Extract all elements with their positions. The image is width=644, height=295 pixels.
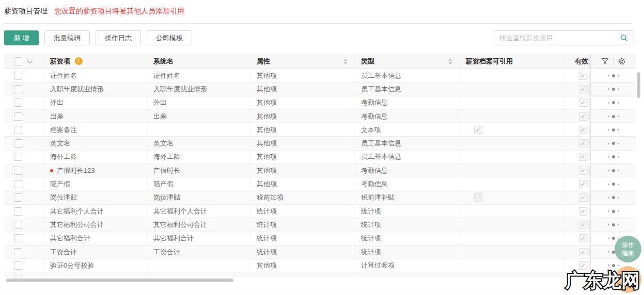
row-checkbox[interactable] — [14, 193, 22, 202]
faq-button[interactable]: FAQ — [615, 266, 641, 293]
warning-icon[interactable]: ! — [75, 57, 83, 65]
row-checkbox[interactable] — [14, 112, 22, 121]
cell-select — [4, 177, 44, 190]
column-header-name: 薪资项! — [44, 54, 147, 69]
salary-item-name: 外出 — [50, 98, 64, 107]
column-label: 有效 — [575, 57, 588, 66]
cell-archive-ref — [460, 259, 564, 272]
row-actions-button[interactable] — [608, 210, 619, 213]
cell-system-name: 入职年度就业情形 — [147, 83, 250, 95]
dot-icon — [618, 197, 619, 199]
cell-select — [4, 272, 44, 277]
search-icon[interactable] — [620, 34, 633, 42]
cell-actions — [590, 110, 636, 123]
add-button[interactable]: 新 增 — [4, 30, 39, 45]
row-actions-button[interactable] — [608, 88, 619, 91]
cell-text: 其它福利公司合计 — [153, 220, 207, 230]
row-checkbox[interactable] — [14, 248, 22, 256]
sort-desc-icon — [343, 62, 348, 64]
cell-valid: ✓ — [564, 218, 590, 231]
dot-icon — [608, 102, 609, 104]
cell-name: 档案备注 — [44, 123, 147, 136]
row-actions-button[interactable] — [608, 237, 619, 240]
row-checkbox[interactable] — [14, 180, 22, 188]
dot-icon — [618, 88, 619, 90]
row-checkbox[interactable] — [14, 72, 22, 80]
toolbar: 新 增 批量编辑 操作日志 公司模板 — [4, 30, 192, 45]
cell-text: 其他项 — [257, 166, 277, 175]
cell-actions — [590, 191, 636, 204]
cell-archive-ref — [460, 272, 564, 277]
row-checkbox[interactable] — [14, 153, 22, 161]
row-checkbox[interactable] — [14, 139, 22, 148]
dot-icon — [618, 143, 619, 144]
row-checkbox[interactable] — [14, 234, 22, 242]
cell-system-name: 岗位津贴 — [147, 191, 250, 204]
table-row: 英文名英文名其他项员工基本信息✓ — [4, 137, 636, 150]
cell-valid — [564, 272, 590, 277]
row-actions-button[interactable] — [608, 74, 619, 77]
cell-select — [4, 191, 44, 204]
sort-icon[interactable] — [343, 58, 348, 64]
cell-text: 计算过渡项 — [361, 261, 395, 270]
row-actions-button[interactable] — [608, 115, 619, 118]
cell-name: 海外工龄 — [44, 151, 147, 163]
sort-icon[interactable] — [448, 58, 452, 64]
filter-icon[interactable] — [601, 57, 609, 65]
cell-type: 员工基本信息 — [355, 137, 460, 150]
salary-item-name: 产假时长123 — [57, 166, 95, 175]
cell-type: 税前津补贴 — [355, 191, 460, 204]
divider — [4, 289, 633, 289]
cell-text: 统计项 — [257, 234, 277, 243]
cell-select — [4, 232, 44, 245]
row-actions-button[interactable] — [608, 155, 619, 158]
cell-name — [44, 272, 147, 277]
row-actions-button[interactable] — [608, 264, 619, 267]
cell-select — [4, 137, 44, 150]
select-all-checkbox[interactable] — [14, 57, 22, 65]
row-actions-button[interactable] — [608, 223, 619, 226]
row-actions-button[interactable] — [608, 169, 619, 172]
dot-icon — [612, 196, 615, 199]
salary-item-name: 出差 — [50, 112, 64, 121]
row-checkbox[interactable] — [14, 275, 22, 277]
cell-name: 英文名 — [44, 137, 147, 150]
cell-text: 统计项 — [257, 248, 277, 257]
cell-attribute: 其他项 — [250, 259, 355, 272]
chevron-down-icon[interactable] — [27, 57, 33, 63]
operation-log-button[interactable]: 操作日志 — [96, 30, 141, 45]
row-checkbox[interactable] — [14, 207, 22, 216]
row-checkbox[interactable] — [14, 126, 22, 134]
row-actions-button[interactable] — [608, 142, 619, 145]
batch-edit-button[interactable]: 批量编辑 — [44, 30, 90, 45]
vertical-scrollbar[interactable] — [637, 72, 640, 98]
cell-actions — [590, 123, 636, 136]
column-header-valid: 有效 — [564, 54, 590, 69]
row-actions-button[interactable] — [608, 183, 619, 186]
row-checkbox[interactable] — [14, 221, 22, 229]
cell-select — [4, 123, 44, 136]
cell-system-name: 出差 — [147, 110, 250, 123]
dot-icon — [618, 224, 619, 225]
search-input[interactable] — [494, 34, 620, 42]
row-actions-button[interactable] — [608, 101, 619, 104]
cell-name: 其它福利合计 — [44, 232, 147, 245]
dot-icon — [608, 210, 609, 212]
row-actions-button[interactable] — [608, 196, 619, 199]
row-checkbox[interactable] — [14, 99, 22, 107]
sort-asc-icon — [448, 58, 452, 61]
gear-icon[interactable] — [618, 57, 626, 65]
salary-item-name: 海外工龄 — [50, 152, 77, 161]
operation-guide-button[interactable]: 操作指南 — [615, 236, 641, 263]
horizontal-scrollbar[interactable] — [6, 278, 233, 282]
row-checkbox[interactable] — [14, 85, 22, 93]
row-checkbox[interactable] — [14, 261, 22, 270]
row-checkbox[interactable] — [14, 167, 22, 175]
row-actions-button[interactable] — [608, 128, 619, 132]
cell-actions — [590, 137, 636, 150]
header-notice: 您设置的薪资项目将被其他人员添加引用 — [54, 7, 184, 16]
table-row: 证件姓名证件姓名其他项员工基本信息✓ — [4, 69, 636, 83]
cell-actions — [590, 164, 636, 177]
cell-name: 产假时长123 — [44, 164, 147, 177]
company-template-button[interactable]: 公司模板 — [147, 30, 192, 45]
